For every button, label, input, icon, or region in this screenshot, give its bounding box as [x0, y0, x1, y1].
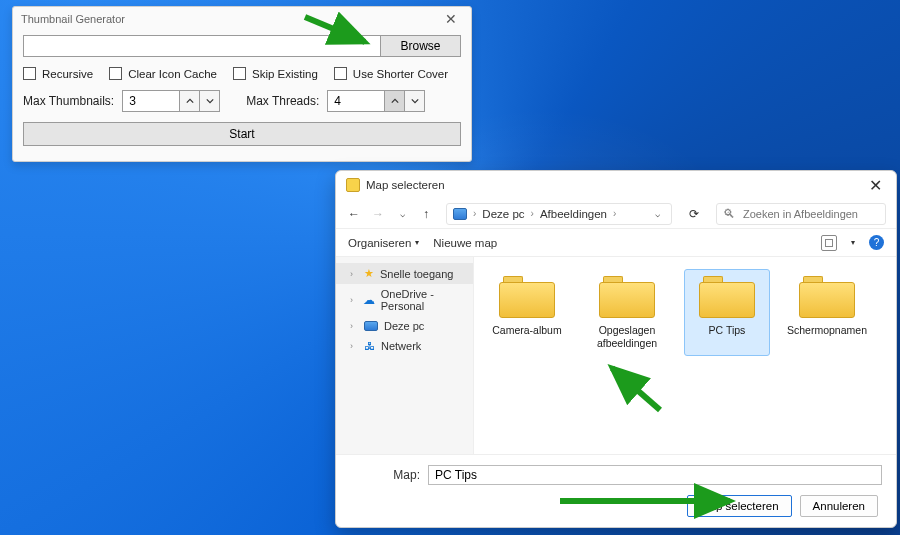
chevron-down-icon: ▾ — [415, 238, 419, 247]
star-icon: ★ — [364, 267, 374, 280]
help-icon[interactable]: ? — [869, 235, 884, 250]
path-input[interactable] — [23, 35, 381, 57]
folder-icon — [499, 276, 555, 318]
cloud-icon: ☁ — [363, 293, 375, 307]
chevron-down-icon[interactable] — [405, 90, 425, 112]
cancel-button[interactable]: Annuleren — [800, 495, 878, 517]
folder-name: Camera-album — [487, 324, 567, 348]
chevron-down-icon[interactable] — [200, 90, 220, 112]
max-thumbnails-stepper[interactable] — [122, 90, 220, 112]
sidebar-item-onedrive[interactable]: ›☁ OneDrive - Personal — [336, 284, 473, 316]
chevron-down-icon[interactable]: ⌵ — [649, 206, 665, 222]
browse-button[interactable]: Browse — [381, 35, 461, 57]
folder-icon — [699, 276, 755, 318]
folder-grid: Camera-albumOpgeslagen afbeeldingenPC Ti… — [474, 257, 896, 454]
folder-name: Schermopnamen — [787, 324, 867, 348]
search-icon: 🔍︎ — [723, 207, 735, 221]
fd-titlebar: Map selecteren ✕ — [336, 171, 896, 199]
fd-title-text: Map selecteren — [366, 179, 445, 191]
map-field[interactable] — [428, 465, 882, 485]
chevron-down-icon[interactable]: ⌵ — [394, 206, 410, 222]
up-icon[interactable]: ↑ — [418, 206, 434, 222]
max-thumbnails-label: Max Thumbnails: — [23, 94, 114, 108]
max-threads-label: Max Threads: — [246, 94, 319, 108]
close-icon[interactable]: ✕ — [865, 176, 886, 195]
breadcrumb[interactable]: › Deze pc › Afbeeldingen › ⌵ — [446, 203, 672, 225]
refresh-icon[interactable]: ⟳ — [686, 206, 702, 222]
folder-select-dialog: Map selecteren ✕ ← → ⌵ ↑ › Deze pc › Afb… — [335, 170, 897, 528]
new-folder-button[interactable]: Nieuwe map — [433, 237, 497, 249]
folder-name: Opgeslagen afbeeldingen — [587, 324, 667, 349]
search-input[interactable]: 🔍︎ — [716, 203, 886, 225]
folder-item[interactable]: PC Tips — [684, 269, 770, 356]
folder-icon — [799, 276, 855, 318]
this-pc-icon — [364, 321, 378, 331]
sidebar-item-network[interactable]: ›🖧 Netwerk — [336, 336, 473, 356]
close-icon[interactable]: ✕ — [439, 11, 463, 27]
folder-item[interactable]: Camera-album — [484, 269, 570, 356]
tg-titlebar: Thumbnail Generator ✕ — [13, 7, 471, 31]
select-folder-button[interactable]: Map selecteren — [687, 495, 792, 517]
network-icon: 🖧 — [364, 340, 375, 352]
organize-menu[interactable]: Organiseren ▾ — [348, 237, 419, 249]
sidebar-item-quick-access[interactable]: ›★ Snelle toegang — [336, 263, 473, 284]
folder-item[interactable]: Opgeslagen afbeeldingen — [584, 269, 670, 356]
folder-icon — [599, 276, 655, 318]
tg-title-text: Thumbnail Generator — [21, 13, 125, 25]
recursive-checkbox[interactable]: Recursive — [23, 67, 93, 80]
use-shorter-cover-checkbox[interactable]: Use Shorter Cover — [334, 67, 448, 80]
this-pc-icon — [453, 208, 467, 220]
map-label: Map: — [390, 468, 420, 482]
max-threads-input[interactable] — [327, 90, 385, 112]
folder-item[interactable]: Schermopnamen — [784, 269, 870, 356]
clear-cache-checkbox[interactable]: Clear Icon Cache — [109, 67, 217, 80]
chevron-down-icon[interactable]: ▾ — [851, 238, 855, 247]
back-icon[interactable]: ← — [346, 206, 362, 222]
chevron-up-icon[interactable] — [385, 90, 405, 112]
folder-icon — [346, 178, 360, 192]
folder-name: PC Tips — [687, 324, 767, 348]
forward-icon: → — [370, 206, 386, 222]
thumbnail-generator-window: Thumbnail Generator ✕ Browse Recursive C… — [12, 6, 472, 162]
sidebar-item-this-pc[interactable]: › Deze pc — [336, 316, 473, 336]
sidebar: ›★ Snelle toegang ›☁ OneDrive - Personal… — [336, 257, 474, 454]
skip-existing-checkbox[interactable]: Skip Existing — [233, 67, 318, 80]
chevron-up-icon[interactable] — [180, 90, 200, 112]
view-options-icon[interactable] — [821, 235, 837, 251]
start-button[interactable]: Start — [23, 122, 461, 146]
max-thumbnails-input[interactable] — [122, 90, 180, 112]
max-threads-stepper[interactable] — [327, 90, 425, 112]
